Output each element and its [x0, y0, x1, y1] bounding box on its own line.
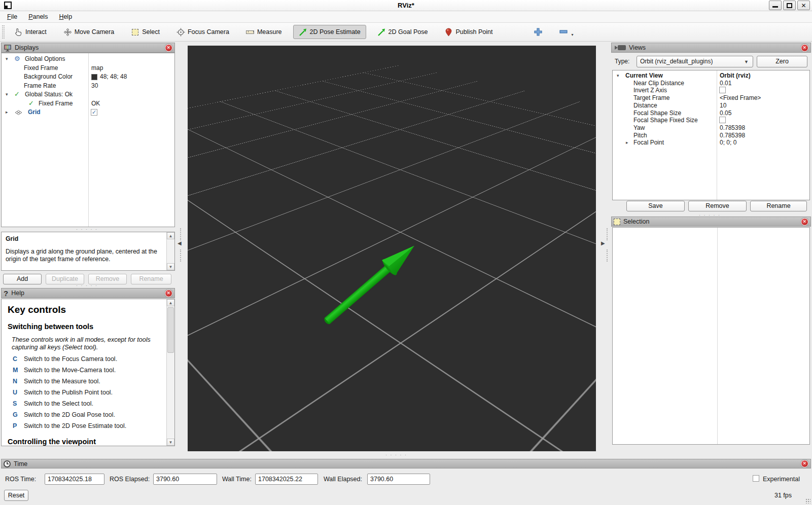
splitter-handle[interactable]: · · · · · — [76, 227, 98, 232]
menu-panels[interactable]: Panels — [28, 13, 48, 20]
tree-row-background-color[interactable]: Background Color 48; 48; 48 — [2, 73, 174, 82]
type-label: Type: — [615, 58, 629, 65]
grid-enabled-checkbox[interactable]: ✓ — [91, 109, 97, 116]
reset-button[interactable]: Reset — [4, 490, 28, 501]
tree-row-pitch[interactable]: Pitch 0.785398 — [613, 132, 809, 139]
tree-row-distance[interactable]: Distance 10 — [613, 102, 809, 110]
remove-view-button[interactable]: Remove — [688, 201, 747, 211]
row-value[interactable]: 0.785398 — [720, 124, 745, 131]
expander-open-icon[interactable]: ▾ — [6, 92, 8, 97]
tree-row-global-options[interactable]: ▾ ⚙ Global Options — [2, 55, 174, 64]
goal-pose-tool-button[interactable]: 2D Goal Pose — [372, 25, 434, 39]
collapse-left-icon[interactable]: ◀ — [178, 240, 182, 246]
focal-fixed-size-checkbox[interactable] — [719, 117, 726, 123]
tree-row-current-view[interactable]: ▾ Current View Orbit (rviz) — [613, 72, 809, 80]
focus-camera-tool-button[interactable]: Focus Camera — [171, 25, 235, 39]
displays-panel-header[interactable]: Displays ✕ — [1, 43, 175, 53]
minimize-button[interactable] — [769, 1, 782, 10]
ros-elapsed-field[interactable]: 3790.60 — [153, 474, 217, 485]
wall-time-field[interactable]: 1708342025.22 — [255, 474, 318, 485]
row-value[interactable]: 0.05 — [720, 110, 731, 117]
scroll-down-icon[interactable]: ▼ — [167, 439, 174, 446]
row-value[interactable]: 0.01 — [720, 80, 731, 87]
time-panel-header[interactable]: Time ✕ — [1, 459, 811, 468]
tree-row-fixed-frame-status[interactable]: ✓ Fixed Frame OK — [2, 100, 174, 109]
expander-closed-icon[interactable]: ▸ — [626, 140, 628, 145]
tree-row-invert-z[interactable]: Invert Z Axis — [613, 87, 809, 94]
selection-box-icon — [131, 28, 139, 37]
expander-open-icon[interactable]: ▾ — [617, 73, 619, 78]
maximize-button[interactable] — [783, 1, 796, 10]
tree-row-focal-shape-size[interactable]: Focal Shape Size 0.05 — [613, 110, 809, 117]
toolbar-drag-handle[interactable] — [2, 25, 5, 39]
column-separator[interactable] — [717, 228, 718, 444]
tree-row-yaw[interactable]: Yaw 0.785398 — [613, 124, 809, 132]
pose-estimate-tool-button[interactable]: 2D Pose Estimate — [293, 25, 366, 39]
move-camera-tool-button[interactable]: Move Camera — [58, 25, 120, 39]
splitter-handle[interactable]: · · · · · — [385, 452, 407, 457]
close-icon: ✕ — [798, 2, 809, 9]
wall-elapsed-field[interactable]: 3790.60 — [367, 474, 430, 485]
row-value[interactable]: 10 — [720, 102, 726, 109]
experimental-checkbox[interactable] — [753, 475, 759, 482]
expander-closed-icon[interactable]: ▸ — [6, 110, 8, 115]
resize-grip[interactable] — [805, 498, 810, 503]
key-description: Switch to the Measure tool. — [24, 378, 100, 385]
render-viewport[interactable] — [188, 46, 596, 451]
help-panel-header[interactable]: ? Help ✕ — [1, 288, 175, 298]
help-scrollbar[interactable]: ▲ ▼ — [166, 299, 174, 446]
color-swatch[interactable] — [91, 74, 97, 80]
scroll-up-icon[interactable]: ▲ — [167, 299, 174, 306]
chevron-down-icon: ▾ — [571, 32, 573, 37]
scroll-up-icon[interactable]: ▲ — [167, 232, 174, 239]
expander-open-icon[interactable]: ▾ — [6, 56, 8, 61]
add-display-button[interactable]: Add — [3, 274, 42, 284]
displays-close-button[interactable]: ✕ — [165, 44, 172, 52]
menu-help[interactable]: Help — [59, 13, 72, 20]
row-value[interactable]: 0; 0; 0 — [720, 139, 736, 146]
rename-display-button[interactable]: Rename — [131, 274, 171, 284]
tree-row-near-clip[interactable]: Near Clip Distance 0.01 — [613, 80, 809, 87]
tree-row-global-status[interactable]: ▾ ✓ Global Status: Ok — [2, 91, 174, 99]
select-tool-button[interactable]: Select — [125, 25, 165, 39]
measure-tool-button[interactable]: Measure — [240, 25, 288, 39]
tree-row-focal-point[interactable]: ▸ Focal Point 0; 0; 0 — [613, 139, 809, 147]
menu-file[interactable]: File — [7, 13, 17, 20]
row-value[interactable]: 30 — [91, 82, 98, 89]
description-scrollbar[interactable]: ▲ ▼ — [166, 232, 174, 270]
views-panel-header[interactable]: Views ✕ — [611, 43, 811, 53]
help-close-button[interactable]: ✕ — [165, 290, 172, 297]
tree-row-target-frame[interactable]: Target Frame <Fixed Frame> — [613, 94, 809, 102]
row-value[interactable]: 0.785398 — [720, 132, 745, 139]
row-label: Distance — [633, 102, 657, 109]
zero-button[interactable]: Zero — [757, 56, 807, 67]
splitter-handle[interactable]: · · · · · — [76, 283, 98, 288]
row-value[interactable]: 48; 48; 48 — [100, 73, 127, 80]
interact-tool-button[interactable]: Interact — [9, 25, 52, 39]
row-value[interactable]: map — [91, 64, 103, 71]
interact-tool-label: Interact — [25, 28, 47, 35]
view-type-dropdown[interactable]: Orbit (rviz_default_plugins) ▼ — [637, 56, 753, 67]
close-window-button[interactable]: ✕ — [797, 1, 810, 10]
scroll-down-icon[interactable]: ▼ — [167, 263, 174, 270]
tree-row-frame-rate[interactable]: Frame Rate 30 — [2, 82, 174, 91]
ros-time-field[interactable]: 1708342025.18 — [45, 474, 104, 485]
add-tool-button[interactable] — [528, 25, 548, 39]
save-view-button[interactable]: Save — [626, 201, 685, 211]
ruler-icon — [246, 28, 255, 37]
publish-point-tool-button[interactable]: Publish Point — [439, 25, 498, 39]
time-close-button[interactable]: ✕ — [801, 460, 808, 467]
tree-row-grid[interactable]: ▸ Grid ✓ — [2, 109, 174, 117]
views-close-button[interactable]: ✕ — [801, 44, 808, 52]
selection-close-button[interactable]: ✕ — [801, 218, 808, 226]
help-key-row: PSwitch to the 2D Pose Estimate tool. — [13, 422, 163, 429]
remove-tool-button[interactable]: ▾ — [553, 25, 579, 39]
rename-view-button[interactable]: Rename — [750, 201, 807, 211]
tree-row-fixed-frame[interactable]: Fixed Frame map — [2, 64, 174, 73]
collapse-right-icon[interactable]: ▶ — [601, 240, 605, 246]
row-value[interactable]: <Fixed Frame> — [720, 94, 761, 101]
invert-z-checkbox[interactable] — [719, 87, 726, 93]
scrollbar-thumb[interactable] — [167, 307, 174, 353]
selection-panel-header[interactable]: Selection ✕ — [611, 217, 811, 227]
tree-row-focal-fixed-size[interactable]: Focal Shape Fixed Size — [613, 117, 809, 124]
